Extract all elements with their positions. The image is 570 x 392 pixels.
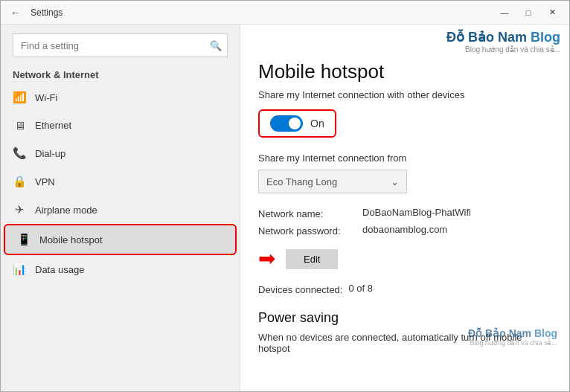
window-title: Settings (31, 7, 493, 18)
hotspot-toggle[interactable] (270, 115, 303, 132)
hotspot-icon: 📱 (17, 233, 31, 246)
sidebar-item-label-dialup: Dial-up (35, 148, 65, 159)
network-info: Network name: DoBaoNamBlog-PhatWifi Netw… (258, 207, 551, 238)
wifi-icon: 📶 (13, 91, 26, 104)
chevron-down-icon: ⌄ (391, 176, 399, 187)
window: ← Settings — □ ✕ 🔍 Network & Internet 📶 … (0, 0, 570, 392)
sidebar-item-airplane[interactable]: ✈ Airplane mode (1, 196, 240, 224)
power-saving-title: Power saving (258, 310, 551, 326)
red-arrow-icon: ➡ (258, 248, 275, 269)
blog-banner-bottom: Đỗ Bảo Nam Blog Blog hướng dẫn và chia s… (468, 327, 557, 347)
sidebar-item-vpn[interactable]: 🔒 VPN (1, 167, 240, 196)
search-icon: 🔍 (210, 40, 222, 51)
toggle-label: On (310, 118, 324, 129)
sidebar-item-dialup[interactable]: 📞 Dial-up (1, 139, 240, 167)
toggle-area[interactable]: On (258, 109, 336, 138)
maximize-button[interactable]: □ (517, 5, 539, 20)
dialup-icon: 📞 (13, 147, 26, 160)
minimize-button[interactable]: — (493, 5, 516, 20)
watermark-subtitle: Blog hướng dẫn và chia sẻ... (468, 339, 557, 347)
vpn-icon: 🔒 (13, 175, 26, 188)
network-name-value: DoBaoNamBlog-PhatWifi (362, 207, 551, 221)
back-button[interactable]: ← (7, 4, 25, 22)
sidebar-item-label-wifi: Wi-Fi (35, 92, 57, 103)
content-area: 🔍 Network & Internet 📶 Wi-Fi 🖥 Ethernet … (1, 25, 569, 391)
share-from-dropdown[interactable]: Eco Thang Long ⌄ (258, 170, 407, 193)
blog-banner-top: Đỗ Bảo Nam Blog Blog hướng dẫn và chia s… (420, 25, 569, 58)
main-content: Mobile hotspot Share my Internet connect… (240, 25, 569, 372)
blog-title-top: Đỗ Bảo Nam Blog (429, 29, 560, 45)
devices-value: 0 of 8 (348, 283, 373, 297)
search-box: 🔍 (13, 33, 228, 57)
ethernet-icon: 🖥 (13, 119, 26, 132)
data-icon: 📊 (13, 263, 26, 276)
watermark-title-bold: Blog (534, 327, 557, 339)
page-title: Mobile hotspot (258, 60, 551, 83)
sidebar-item-label-airplane: Airplane mode (35, 205, 97, 216)
blog-subtitle-top: Blog hướng dẫn và chia sẻ... (429, 45, 560, 54)
sidebar-item-label-ethernet: Ethernet (35, 120, 71, 131)
title-bar: ← Settings — □ ✕ (1, 1, 569, 25)
airplane-icon: ✈ (13, 203, 26, 216)
sidebar-item-label-vpn: VPN (35, 176, 55, 187)
network-password-label: Network password: (258, 224, 362, 238)
dropdown-value: Eco Thang Long (266, 176, 337, 187)
edit-row: ➡ Edit (258, 248, 551, 269)
nav-list: 📶 Wi-Fi 🖥 Ethernet 📞 Dial-up 🔒 VPN ✈ (1, 83, 240, 391)
sidebar: 🔍 Network & Internet 📶 Wi-Fi 🖥 Ethernet … (1, 25, 240, 391)
window-controls: — □ ✕ (493, 5, 563, 20)
network-password-value: dobaonamblog.com (362, 224, 551, 238)
share-from-label: Share my Internet connection from (258, 152, 551, 164)
sidebar-item-wifi[interactable]: 📶 Wi-Fi (1, 83, 240, 112)
sidebar-header: 🔍 (1, 25, 240, 63)
main-panel: Đỗ Bảo Nam Blog Blog hướng dẫn và chia s… (240, 25, 569, 391)
blog-title-bottom: Đỗ Bảo Nam Blog (468, 327, 557, 339)
sidebar-item-label-datausage: Data usage (35, 264, 85, 275)
watermark-title-part1: Đỗ Bảo Nam (468, 327, 531, 339)
devices-label: Devices connected: (258, 283, 342, 297)
sidebar-section-title: Network & Internet (1, 63, 240, 83)
sidebar-item-label-hotspot: Mobile hotspot (39, 234, 103, 245)
edit-button[interactable]: Edit (286, 249, 338, 269)
network-name-label: Network name: (258, 207, 362, 221)
toggle-knob (289, 118, 301, 129)
sidebar-item-ethernet[interactable]: 🖥 Ethernet (1, 112, 240, 139)
close-button[interactable]: ✕ (541, 5, 563, 20)
sidebar-item-hotspot[interactable]: 📱 Mobile hotspot (4, 224, 237, 255)
sidebar-item-datausage[interactable]: 📊 Data usage (1, 255, 240, 283)
search-input[interactable] (13, 33, 228, 57)
blog-title-bold: Blog (531, 30, 560, 45)
blog-title-part1: Đỗ Bảo Nam (446, 30, 527, 45)
devices-row: Devices connected: 0 of 8 (258, 283, 551, 297)
share-description: Share my Internet connection with other … (258, 89, 551, 100)
